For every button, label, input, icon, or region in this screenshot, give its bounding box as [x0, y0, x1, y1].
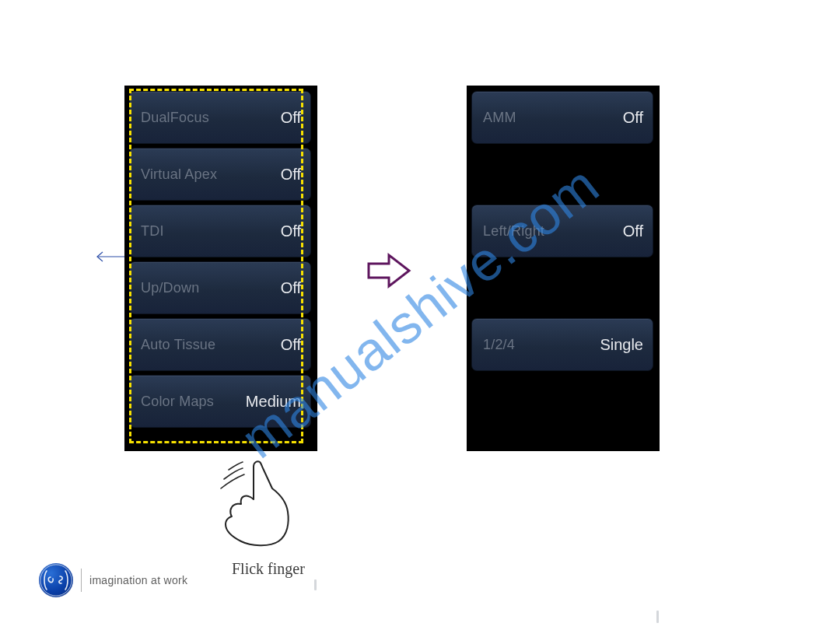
settings-panel-right[interactable]: AMM Off Left/Right Off 1/2/4 Single — [467, 86, 660, 451]
setting-value: Off — [281, 279, 301, 297]
svg-point-1 — [40, 565, 72, 596]
setting-label: Up/Down — [141, 280, 199, 296]
setting-label: Auto Tissue — [141, 337, 215, 353]
setting-value: Medium — [246, 393, 301, 411]
arrow-right-icon — [366, 250, 412, 291]
setting-label: 1/2/4 — [483, 337, 515, 353]
setting-row-empty — [471, 148, 653, 201]
setting-row-virtual-apex[interactable]: Virtual Apex Off — [129, 148, 311, 201]
setting-row-auto-tissue[interactable]: Auto Tissue Off — [129, 318, 311, 371]
brand-footer: imagination at work — [39, 563, 187, 597]
setting-value: Single — [600, 336, 643, 354]
setting-label: TDI — [141, 223, 164, 240]
setting-row-amm[interactable]: AMM Off — [471, 91, 653, 144]
arrow-left-icon — [95, 249, 126, 264]
setting-row-left-right[interactable]: Left/Right Off — [471, 205, 653, 257]
setting-row-dualfocus[interactable]: DualFocus Off — [129, 91, 311, 144]
settings-panel-left[interactable]: DualFocus Off Virtual Apex Off TDI Off U… — [124, 86, 317, 451]
setting-value: Off — [623, 222, 643, 240]
setting-label: Virtual Apex — [141, 166, 217, 183]
setting-row-1-2-4[interactable]: 1/2/4 Single — [471, 318, 653, 371]
ge-logo-icon — [39, 563, 73, 597]
setting-label: AMM — [483, 110, 516, 126]
setting-value: Off — [281, 336, 301, 354]
setting-row-color-maps[interactable]: Color Maps Medium — [129, 375, 311, 428]
flick-gesture-icon — [215, 456, 300, 549]
brand-divider — [81, 569, 82, 592]
gesture-caption: Flick finger — [232, 560, 305, 578]
setting-value: Off — [281, 222, 301, 240]
setting-value: Off — [281, 109, 301, 127]
brand-tagline: imagination at work — [89, 574, 187, 586]
setting-row-empty — [471, 375, 653, 428]
setting-row-up-down[interactable]: Up/Down Off — [129, 261, 311, 314]
setting-row-tdi[interactable]: TDI Off — [129, 205, 311, 257]
setting-label: Left/Right — [483, 223, 544, 240]
setting-value: Off — [281, 166, 301, 184]
setting-value: Off — [623, 109, 643, 127]
setting-row-empty — [471, 261, 653, 314]
setting-label: Color Maps — [141, 394, 214, 410]
setting-label: DualFocus — [141, 110, 209, 126]
